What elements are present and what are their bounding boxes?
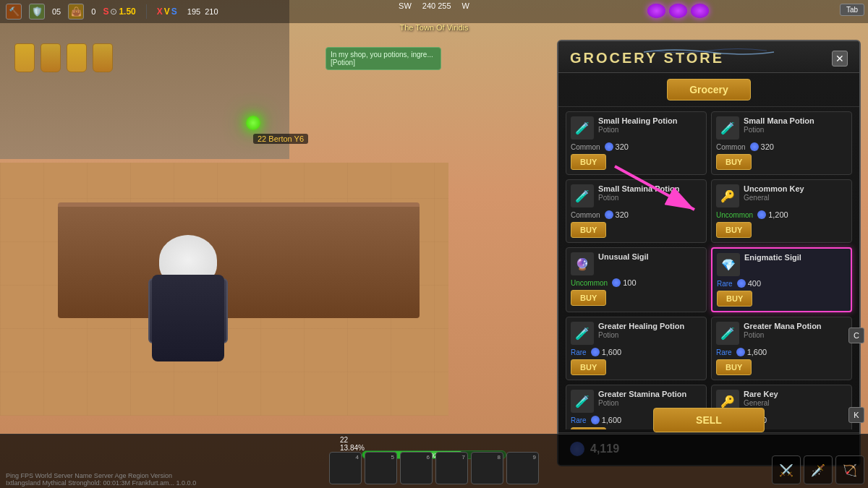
orbs-area — [647, 4, 709, 18]
buy-button[interactable]: BUY — [571, 290, 606, 306]
item-info-row: 🔮 Unusual Sigil — [571, 252, 702, 275]
skill-bar: 456789 — [329, 452, 539, 484]
item-price: 1,600 — [736, 348, 767, 356]
shelf-item — [14, 43, 35, 72]
orb-3 — [691, 4, 709, 18]
store-item-card: 🧪 Greater Healing Potion Potion Rare 1,6… — [566, 317, 707, 380]
price-value: 400 — [748, 279, 761, 288]
item-icon: 💎 — [717, 253, 740, 276]
item-rarity: Uncommon — [716, 211, 753, 219]
c-button[interactable]: C — [848, 328, 864, 343]
npc-name: Berton Y6 — [268, 134, 304, 143]
buy-button[interactable]: BUY — [716, 222, 752, 238]
skill-number: 9 — [533, 454, 536, 461]
item-name: Small Mana Potion — [744, 116, 847, 126]
weapon-icon-1: ⚔️ — [772, 455, 801, 484]
item-name: Greater Stamina Potion — [598, 390, 702, 399]
item-type: Potion — [744, 331, 847, 340]
item-name: Unusual Sigil — [598, 252, 702, 262]
buy-button[interactable]: BUY — [716, 359, 752, 375]
xvs-x: S — [103, 7, 109, 17]
store-item-card: 🔑 Uncommon Key General Uncommon 1,200 BU… — [711, 179, 852, 243]
coin-icon — [750, 142, 759, 151]
hud-weight: 0 — [91, 7, 95, 16]
store-tabs: Grocery — [558, 73, 859, 107]
item-name: Greater Mana Potion — [744, 322, 847, 331]
store-panel: GROCERY STORE ✕ Grocery 🧪 Small Healing … — [557, 40, 861, 466]
item-icon: 🔑 — [716, 184, 739, 207]
skill-slot[interactable]: 7 — [435, 452, 468, 484]
store-close-button[interactable]: ✕ — [832, 51, 848, 67]
store-item-card: 🔮 Unusual Sigil Uncommon 100 BUY — [566, 247, 707, 312]
level-badge: 22 13.84% — [340, 436, 365, 452]
store-header: GROCERY STORE ✕ — [558, 41, 859, 73]
skill-slot[interactable]: 4 — [329, 452, 362, 484]
price-value: 100 — [623, 278, 636, 287]
hud-faction: X V S — [157, 7, 177, 17]
skill-slot[interactable]: 8 — [471, 452, 503, 484]
item-info-row: 🧪 Small Stamina Potion Potion — [571, 184, 702, 207]
k-button[interactable]: K — [848, 407, 864, 423]
item-text: Enigmatic Sigil — [744, 253, 846, 262]
character — [145, 235, 231, 416]
tab-button[interactable]: Tab — [840, 4, 864, 16]
item-text: Small Stamina Potion Potion — [598, 184, 702, 202]
buy-button[interactable]: BUY — [717, 291, 752, 307]
item-rarity: Common — [571, 211, 600, 219]
item-type: Potion — [598, 194, 702, 202]
buy-button[interactable]: BUY — [571, 222, 606, 238]
item-rarity-row: Rare 1,600 — [571, 348, 702, 356]
green-orb — [246, 116, 260, 130]
item-price: 400 — [737, 279, 761, 288]
item-icon: 🧪 — [571, 322, 594, 345]
top-hud: 🔨 🛡️ 05 👜 0 S ⊙ 1.50 X V S 195 210 SW 24… — [0, 0, 868, 23]
hud-health-max: 210 — [205, 7, 218, 16]
item-price: 100 — [612, 278, 636, 287]
item-icon: 🔮 — [571, 252, 594, 275]
coin-icon — [612, 278, 621, 287]
sell-button[interactable]: SELL — [653, 408, 765, 432]
orb-1 — [647, 4, 665, 18]
item-text: Greater Healing Potion Potion — [598, 322, 702, 340]
store-swirl-decoration — [637, 47, 781, 58]
level-number: 22 — [340, 436, 365, 444]
chat-bubble: In my shop, you potions, ingre... [Potio… — [326, 47, 441, 70]
item-price: 1,200 — [757, 210, 788, 219]
item-type: Potion — [598, 126, 702, 134]
item-price: 320 — [605, 210, 629, 219]
item-text: Greater Stamina Potion Potion — [598, 390, 702, 408]
item-text: Uncommon Key General — [744, 184, 847, 202]
item-rarity-row: Rare 400 — [717, 279, 846, 288]
skill-slot[interactable]: 6 — [400, 452, 433, 484]
price-value: 1,600 — [747, 348, 767, 356]
item-name: Greater Healing Potion — [598, 322, 702, 331]
shelf-item — [67, 43, 87, 72]
buy-button[interactable]: BUY — [571, 359, 606, 375]
buy-button[interactable]: BUY — [716, 154, 752, 170]
item-icon: 🧪 — [716, 116, 739, 140]
item-rarity: Rare — [717, 280, 733, 288]
shelf-item — [93, 43, 113, 72]
skill-slot[interactable]: 5 — [365, 452, 397, 484]
store-item-card: 💎 Enigmatic Sigil Rare 400 BUY — [711, 247, 852, 312]
weapon-icon-2: 🗡️ — [804, 455, 833, 484]
item-rarity: Rare — [571, 348, 587, 356]
chat-text: In my shop, you potions, ingre... [Potio… — [331, 51, 433, 67]
compass-sw: SW — [399, 1, 412, 10]
buy-button[interactable]: BUY — [571, 154, 606, 170]
store-items-grid: 🧪 Small Healing Potion Potion Common 320… — [558, 107, 859, 429]
grocery-tab-button[interactable]: Grocery — [667, 79, 751, 100]
item-info-row: 🧪 Small Healing Potion Potion — [571, 116, 702, 140]
item-rarity-row: Common 320 — [716, 142, 847, 151]
price-value: 320 — [761, 142, 774, 151]
item-rarity: Uncommon — [571, 279, 608, 287]
item-info-row: 🧪 Small Mana Potion Potion — [716, 116, 847, 140]
price-value: 1,200 — [768, 210, 788, 219]
item-name: Small Healing Potion — [598, 116, 702, 126]
item-text: Unusual Sigil — [598, 252, 702, 262]
item-rarity: Common — [716, 143, 746, 151]
hud-armor: 05 — [52, 7, 61, 16]
item-price: 1,600 — [591, 348, 622, 356]
compass-w: W — [462, 1, 469, 10]
skill-slot[interactable]: 9 — [506, 452, 539, 484]
